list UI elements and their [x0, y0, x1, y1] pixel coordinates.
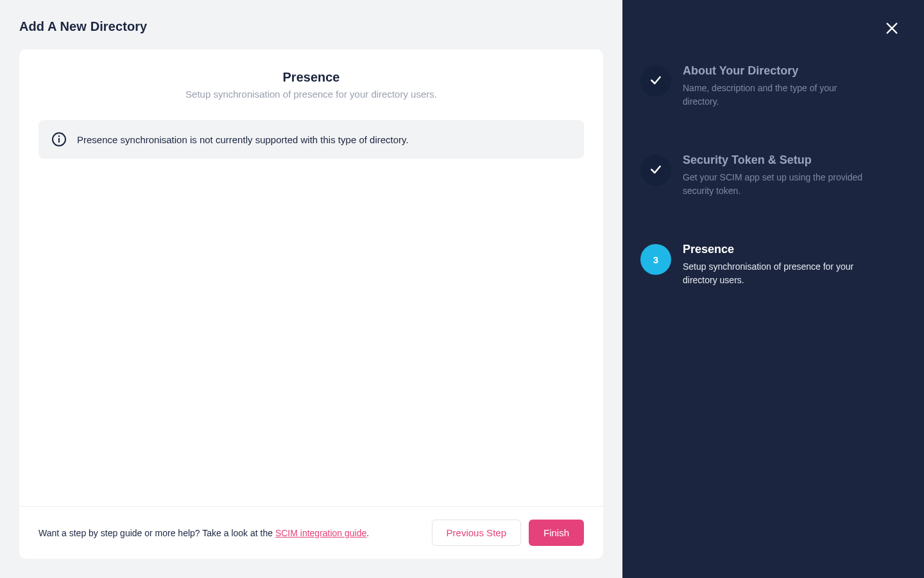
check-icon — [649, 74, 662, 89]
svg-point-2 — [58, 136, 60, 137]
help-text-suffix: . — [366, 528, 369, 538]
step-marker-done — [640, 155, 671, 186]
step-desc: Setup synchronisation of presence for yo… — [683, 260, 875, 287]
main-panel: Add A New Directory Presence Setup synch… — [0, 0, 622, 578]
step-about-directory[interactable]: About Your Directory Name, description a… — [683, 64, 896, 109]
step-security-token[interactable]: Security Token & Setup Get your SCIM app… — [683, 153, 896, 198]
close-icon — [885, 21, 899, 38]
finish-button[interactable]: Finish — [529, 520, 584, 546]
help-text-prefix: Want a step by step guide or more help? … — [38, 528, 275, 538]
step-desc: Get your SCIM app set up using the provi… — [683, 171, 875, 198]
content-card: Presence Setup synchronisation of presen… — [19, 49, 603, 559]
step-title: About Your Directory — [683, 64, 896, 78]
previous-step-button[interactable]: Previous Step — [432, 520, 521, 546]
info-notice: Presence synchronisation is not currentl… — [38, 120, 584, 159]
stepper-sidebar: About Your Directory Name, description a… — [622, 0, 924, 578]
step-desc: Name, description and the type of your d… — [683, 82, 875, 109]
step-marker-done — [640, 66, 671, 96]
help-text: Want a step by step guide or more help? … — [38, 528, 424, 538]
step-presence[interactable]: 3 Presence Setup synchronisation of pres… — [683, 243, 896, 287]
info-icon — [51, 132, 67, 147]
step-title: Security Token & Setup — [683, 153, 896, 167]
step-marker-active: 3 — [640, 244, 671, 275]
card-title: Presence — [38, 70, 584, 85]
close-button[interactable] — [882, 19, 902, 40]
scim-guide-link[interactable]: SCIM integration guide — [275, 528, 366, 538]
step-title: Presence — [683, 243, 896, 256]
check-icon — [649, 163, 662, 178]
page-title: Add A New Directory — [19, 0, 603, 49]
card-body: Presence Setup synchronisation of presen… — [19, 49, 603, 506]
card-subtitle: Setup synchronisation of presence for yo… — [38, 89, 584, 100]
info-notice-text: Presence synchronisation is not currentl… — [77, 134, 409, 145]
card-footer: Want a step by step guide or more help? … — [19, 506, 603, 559]
